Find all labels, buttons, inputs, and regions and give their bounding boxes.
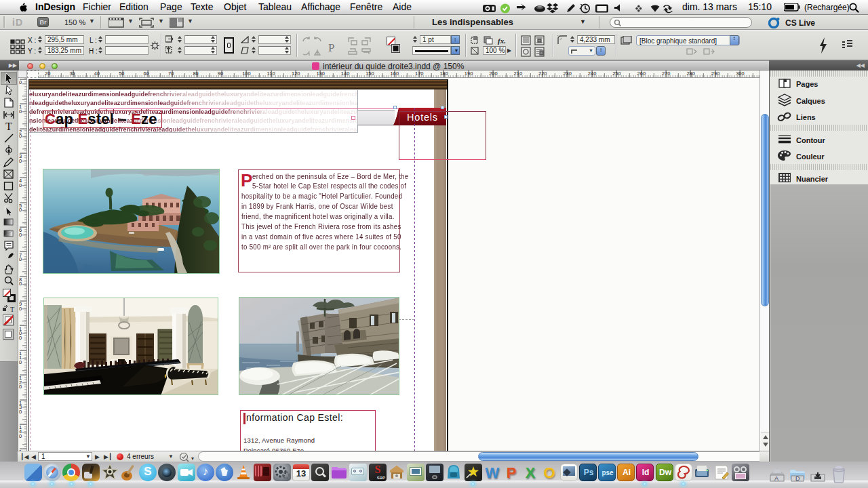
svg-text:T: T — [5, 121, 12, 132]
svg-text:A: A — [774, 475, 778, 482]
svg-text:D: D — [795, 475, 800, 482]
svg-text:fx.: fx. — [498, 37, 506, 45]
svg-text:T: T — [10, 306, 14, 312]
svg-text:P: P — [328, 41, 334, 54]
